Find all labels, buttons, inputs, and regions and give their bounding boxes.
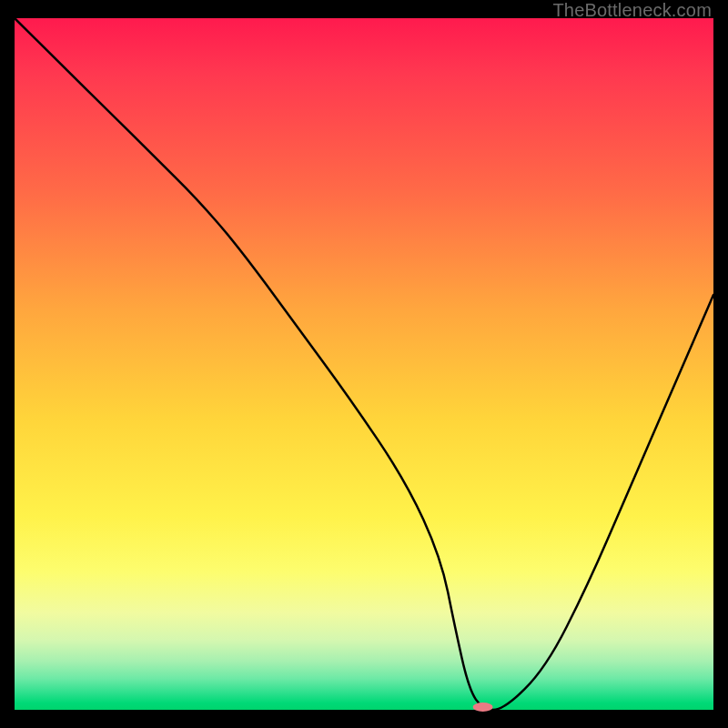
bottleneck-curve xyxy=(15,18,713,710)
optimum-marker xyxy=(473,703,493,712)
plot-area xyxy=(15,18,713,710)
chart-root: TheBottleneck.com xyxy=(0,0,728,728)
curve-layer xyxy=(15,18,713,710)
